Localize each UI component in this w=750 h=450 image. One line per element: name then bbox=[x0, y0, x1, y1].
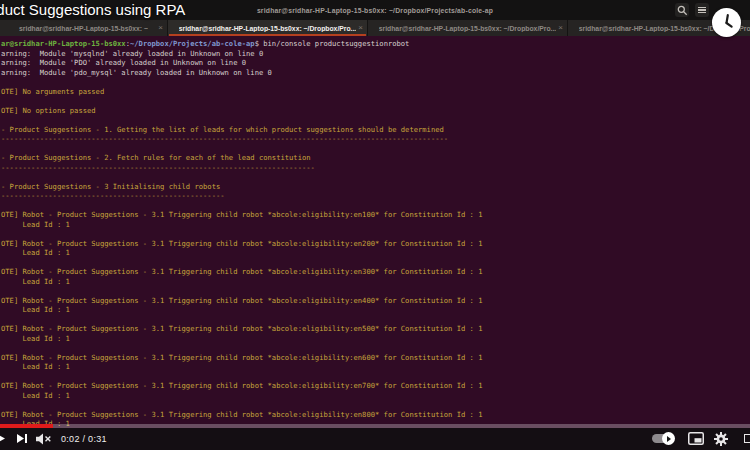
search-icon bbox=[677, 5, 688, 16]
autoplay-track bbox=[652, 434, 673, 443]
terminal-line: OTE] Robot - Product Suggestions - 3.1 T… bbox=[1, 381, 483, 391]
terminal-line: OTE] No options passed bbox=[1, 106, 483, 116]
terminal-line: OTE] Robot - Product Suggestions - 3.1 T… bbox=[1, 410, 483, 420]
window-title: sridhar@sridhar-HP-Laptop-15-bs0xx: ~/Dr… bbox=[257, 7, 493, 14]
headerbar-buttons bbox=[675, 3, 709, 17]
terminal-line: Lead Id : 1 bbox=[1, 334, 483, 344]
terminal-line: - Product Suggestions - 1. Getting the l… bbox=[1, 125, 483, 135]
tab-close-icon[interactable]: × bbox=[158, 24, 163, 32]
terminal-line: Lead Id : 1 bbox=[1, 248, 483, 258]
autoplay-toggle[interactable] bbox=[652, 428, 673, 450]
terminal-line bbox=[1, 172, 483, 182]
theater-mode-button[interactable] bbox=[744, 428, 750, 450]
tab-label: sridhar@sridhar-HP-Laptop-15-bs0xx: ~/Dr… bbox=[379, 25, 557, 32]
terminal-line: - Product Suggestions - 3 Initialising c… bbox=[1, 182, 483, 192]
clock-icon bbox=[712, 8, 741, 37]
tab-close-icon[interactable]: × bbox=[558, 24, 563, 32]
terminal-line: OTE] Robot - Product Suggestions - 3.1 T… bbox=[1, 324, 483, 334]
terminal-tab-active[interactable]: sridhar@sridhar-HP-Laptop-15-bs0xx: ~/Dr… bbox=[168, 20, 368, 36]
terminal-line bbox=[1, 77, 483, 87]
theater-mode-icon bbox=[744, 434, 750, 443]
terminal-line: Lead Id : 1 bbox=[1, 362, 483, 372]
next-icon bbox=[17, 433, 28, 444]
next-button[interactable] bbox=[17, 428, 28, 450]
video-progress-played bbox=[0, 424, 53, 428]
tab-label: sridhar@sridhar-HP-Laptop-15-bs0xx: ~/Dr… bbox=[179, 25, 357, 32]
terminal-line: Lead Id : 1 bbox=[1, 305, 483, 315]
terminal-line: OTE] No arguments passed bbox=[1, 87, 483, 97]
terminal-line bbox=[1, 96, 483, 106]
terminal-line: OTE] Robot - Product Suggestions - 3.1 T… bbox=[1, 296, 483, 306]
terminal-line bbox=[1, 258, 483, 268]
terminal-line bbox=[1, 343, 483, 353]
play-icon bbox=[0, 432, 5, 445]
terminal-line bbox=[1, 201, 483, 211]
autoplay-play-icon bbox=[667, 436, 671, 442]
video-title: Product Suggestions using RPA bbox=[0, 1, 185, 18]
terminal-line bbox=[1, 286, 483, 296]
terminal-line: Lead Id : 1 bbox=[1, 277, 483, 287]
active-tab-underline bbox=[169, 34, 366, 37]
terminal-line: arning: Module 'PDO' already loaded in U… bbox=[1, 58, 483, 68]
terminal-line bbox=[1, 372, 483, 382]
terminal-line: OTE] Robot - Product Suggestions - 3.1 T… bbox=[1, 210, 483, 220]
mute-button[interactable] bbox=[36, 428, 52, 450]
terminal-line bbox=[1, 144, 483, 154]
time-text: 0:02 / 0:31 bbox=[61, 434, 107, 444]
tab-close-icon[interactable]: × bbox=[358, 24, 363, 32]
terminal-line bbox=[1, 400, 483, 410]
volume-muted-icon bbox=[36, 433, 52, 445]
terminal-line: Lead Id : 1 bbox=[1, 391, 483, 401]
terminal-line: OTE] Robot - Product Suggestions - 3.1 T… bbox=[1, 353, 483, 363]
settings-button[interactable] bbox=[714, 428, 728, 450]
miniplayer-icon bbox=[688, 432, 704, 445]
tab-label: sridhar@sridhar-HP-Laptop-15-bs0xx: ~ bbox=[19, 25, 148, 32]
watch-later-button[interactable] bbox=[712, 8, 741, 37]
terminal-line: - Product Suggestions - 2. Fetch rules f… bbox=[1, 153, 483, 163]
terminal-window: ar@sridhar-HP-Laptop-15-bs0xx:~/Dropbox/… bbox=[0, 36, 750, 450]
menu-button[interactable] bbox=[695, 3, 709, 17]
terminal-line bbox=[1, 229, 483, 239]
terminal-line: OTE] Robot - Product Suggestions - 3.1 T… bbox=[1, 239, 483, 249]
terminal-tab-bar: sridhar@sridhar-HP-Laptop-15-bs0xx: ~×sr… bbox=[0, 20, 750, 36]
autoplay-knob bbox=[662, 432, 675, 445]
player-control-bar: 0:02 / 0:31 bbox=[0, 428, 750, 450]
terminal-line: Lead Id : 1 bbox=[1, 220, 483, 230]
terminal-tab[interactable]: sridhar@sridhar-HP-Laptop-15-bs0xx: ~× bbox=[0, 20, 168, 36]
play-button[interactable] bbox=[0, 428, 5, 450]
terminal-line: ----------------------------------------… bbox=[1, 191, 483, 201]
terminal-line: ----------------------------------------… bbox=[1, 134, 483, 144]
search-button[interactable] bbox=[675, 3, 689, 17]
terminal-line: ar@sridhar-HP-Laptop-15-bs0xx:~/Dropbox/… bbox=[1, 39, 483, 49]
terminal-line: OTE] Robot - Product Suggestions - 3.1 T… bbox=[1, 267, 483, 277]
terminal-line: ----------------------------------------… bbox=[1, 163, 483, 173]
settings-gear-icon bbox=[714, 432, 728, 446]
hamburger-menu-icon bbox=[698, 7, 706, 14]
miniplayer-button[interactable] bbox=[688, 428, 704, 450]
terminal-line: arning: Module 'mysqlnd' already loaded … bbox=[1, 49, 483, 59]
terminal-output: ar@sridhar-HP-Laptop-15-bs0xx:~/Dropbox/… bbox=[1, 39, 483, 429]
time-display: 0:02 / 0:31 bbox=[61, 428, 107, 450]
terminal-tab[interactable]: sridhar@sridhar-HP-Laptop-15-bs0xx: ~/Dr… bbox=[368, 20, 568, 36]
video-progress-bar[interactable] bbox=[0, 424, 750, 428]
terminal-line bbox=[1, 315, 483, 325]
terminal-line: arning: Module 'pdo_mysql' already loade… bbox=[1, 68, 483, 78]
terminal-line bbox=[1, 115, 483, 125]
